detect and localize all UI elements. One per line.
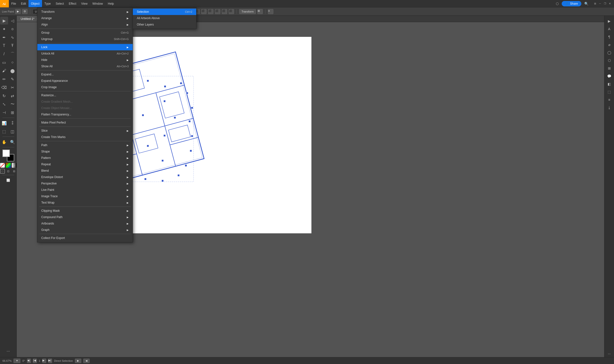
change-screen-btn[interactable]: ⬜ bbox=[4, 176, 12, 184]
char-btn[interactable]: ⌀ bbox=[606, 41, 613, 48]
menu-compound-path[interactable]: Compound Path ▶ bbox=[37, 214, 133, 220]
align-center-v-btn[interactable]: ⬛ bbox=[208, 9, 213, 14]
menu-clipping-mask[interactable]: Clipping Mask ▶ bbox=[37, 208, 133, 214]
draw-behind-btn[interactable]: ⊡ bbox=[6, 169, 11, 174]
menu-hide[interactable]: Hide ▶ bbox=[37, 57, 133, 63]
menu-window[interactable]: Window bbox=[90, 0, 105, 7]
selection-tool-btn[interactable]: ▶ bbox=[15, 9, 21, 14]
artboard-tool[interactable]: ⬚ bbox=[0, 127, 8, 135]
align-top-btn[interactable]: ⬛ bbox=[201, 9, 207, 14]
options-btn[interactable]: ⚙ bbox=[22, 9, 28, 14]
cloud-icon[interactable]: ⬡ bbox=[555, 1, 560, 7]
scissors-tool[interactable]: ✂ bbox=[9, 84, 16, 91]
line-tool[interactable]: / bbox=[0, 50, 8, 58]
color-mode-btn[interactable]: C bbox=[6, 163, 11, 168]
free-transform-tool[interactable]: ⊞ bbox=[9, 109, 16, 116]
search-icon[interactable]: 🔍 bbox=[583, 1, 589, 7]
page-first-btn[interactable]: |◀ bbox=[33, 359, 37, 363]
lock-other-layers-item[interactable]: Other Layers bbox=[133, 21, 196, 28]
image-trace-btn[interactable]: ⊞ bbox=[606, 65, 613, 72]
page-last-btn[interactable]: ▶| bbox=[48, 359, 52, 363]
comment-btn[interactable]: 💬 bbox=[606, 73, 613, 80]
next-page-btn[interactable]: ▶ bbox=[42, 359, 46, 363]
lock-selection-item[interactable]: Selection Ctrl+2 bbox=[133, 9, 196, 15]
menu-crop-image[interactable]: Crop Image bbox=[37, 84, 133, 90]
minimize-btn[interactable]: ─ bbox=[598, 2, 602, 5]
zoom-tool[interactable]: 🔍 bbox=[9, 138, 16, 146]
selection-tool[interactable]: ▶ bbox=[0, 17, 8, 25]
gradient-mode-btn[interactable]: G bbox=[12, 163, 17, 168]
layout-btn[interactable]: ⊞ bbox=[593, 2, 597, 5]
menu-collect-export[interactable]: Collect For Export bbox=[37, 235, 133, 241]
menu-group[interactable]: Group Ctrl+G bbox=[37, 29, 133, 36]
menu-perspective[interactable]: Perspective ▶ bbox=[37, 180, 133, 187]
touch-type-tool[interactable]: Ŧ bbox=[9, 42, 16, 50]
menu-expand[interactable]: Expand... bbox=[37, 71, 133, 78]
menu-edit[interactable]: Edit bbox=[18, 0, 28, 7]
libraries-btn[interactable]: A bbox=[606, 26, 613, 32]
paintbrush-tool[interactable]: 🖌 bbox=[0, 67, 8, 75]
menu-expand-appearance[interactable]: Expand Appearance bbox=[37, 78, 133, 84]
shaper-tool[interactable]: ✏ bbox=[0, 75, 8, 83]
slice-tool[interactable]: ◫ bbox=[9, 127, 16, 135]
ellipse-tool[interactable]: ○ bbox=[9, 58, 16, 66]
transform-options-btn[interactable]: ⊞ bbox=[257, 9, 263, 14]
symbol-spray-tool[interactable]: ⁑ bbox=[9, 119, 16, 127]
align-bottom-btn[interactable]: ⬛ bbox=[215, 9, 220, 14]
status-dropdown[interactable]: ▶ bbox=[75, 359, 81, 363]
zoom-dropdown[interactable]: ▼ bbox=[14, 359, 20, 363]
rect-tool[interactable]: ▭ bbox=[0, 58, 8, 66]
none-swatch[interactable] bbox=[0, 163, 5, 168]
layers-btn[interactable]: ◧ bbox=[606, 81, 613, 87]
more-btn[interactable]: ··· bbox=[4, 347, 12, 355]
menu-type[interactable]: Type bbox=[42, 0, 53, 7]
menu-envelope[interactable]: Envelope Distort ▶ bbox=[37, 174, 133, 180]
menu-artboards[interactable]: Artboards ▶ bbox=[37, 220, 133, 227]
pen-tool[interactable]: ✒ bbox=[0, 33, 8, 41]
menu-text-wrap[interactable]: Text Wrap ▶ bbox=[37, 199, 133, 206]
menu-blend[interactable]: Blend ▶ bbox=[37, 168, 133, 174]
curvature-tool[interactable]: ∿ bbox=[9, 33, 16, 41]
rt-more-btn[interactable]: ··· bbox=[606, 350, 613, 357]
warp-tool[interactable]: 〜 bbox=[9, 100, 16, 108]
paragraph-btn[interactable]: ¶ bbox=[606, 33, 613, 40]
menu-pattern[interactable]: Pattern ▶ bbox=[37, 155, 133, 161]
menu-gradient-mesh[interactable]: Create Gradient Mesh... bbox=[37, 98, 133, 105]
menu-ungroup[interactable]: Ungroup Shift+Ctrl+G bbox=[37, 36, 133, 42]
restore-btn[interactable]: ❐ bbox=[603, 2, 607, 5]
menu-select[interactable]: Select bbox=[53, 0, 66, 7]
lasso-tool[interactable]: ⌾ bbox=[9, 25, 16, 33]
more-tools-btn[interactable]: ··· bbox=[4, 347, 12, 357]
appearance-btn[interactable]: ◯ bbox=[606, 49, 613, 56]
menu-live-paint[interactable]: Live Paint ▶ bbox=[37, 187, 133, 193]
menu-flatten[interactable]: Flatten Transparency... bbox=[37, 111, 133, 118]
distrib-v-btn[interactable]: ⬛ bbox=[229, 9, 234, 14]
menu-repeat[interactable]: Repeat ▶ bbox=[37, 161, 133, 168]
arc-tool[interactable]: ⌒ bbox=[9, 50, 16, 58]
menu-transform[interactable]: Transform ▶ bbox=[37, 9, 133, 15]
menu-lock[interactable]: Lock ▶ bbox=[37, 44, 133, 50]
menu-file[interactable]: File bbox=[9, 0, 18, 7]
asset-export-btn[interactable]: ⭳ bbox=[606, 104, 613, 111]
menu-show-all[interactable]: Show All Alt+Ctrl+3 bbox=[37, 63, 133, 70]
artboards-panel-btn[interactable]: ⬚ bbox=[606, 88, 613, 95]
menu-effect[interactable]: Effect bbox=[66, 0, 79, 7]
lock-all-artwork-above-item[interactable]: All Artwork Above bbox=[133, 15, 196, 21]
properties-btn[interactable]: ▶ bbox=[606, 18, 613, 25]
menu-help[interactable]: Help bbox=[105, 0, 116, 7]
menu-graph[interactable]: Graph ▶ bbox=[37, 227, 133, 233]
draw-normal-btn[interactable]: □ bbox=[0, 169, 5, 174]
menu-align[interactable]: Align ▶ bbox=[37, 21, 133, 28]
reflect-tool[interactable]: ⇄ bbox=[9, 92, 16, 100]
properties-panel-btn[interactable]: ≡ bbox=[606, 96, 613, 103]
magic-wand-tool[interactable]: ✦ bbox=[0, 25, 8, 33]
pencil-tool[interactable]: ✎ bbox=[9, 75, 16, 83]
color-guide-btn[interactable]: ⬡ bbox=[606, 57, 613, 64]
menu-view[interactable]: View bbox=[79, 0, 90, 7]
menu-trim-marks[interactable]: Create Trim Marks bbox=[37, 134, 133, 140]
panels-btn[interactable]: ≡ bbox=[268, 9, 273, 14]
color-swatch[interactable] bbox=[2, 150, 14, 161]
draw-inside-btn[interactable]: ⊟ bbox=[12, 169, 17, 174]
status-expand[interactable]: ◀ bbox=[83, 359, 90, 363]
menu-arrange[interactable]: Arrange ▶ bbox=[37, 15, 133, 21]
